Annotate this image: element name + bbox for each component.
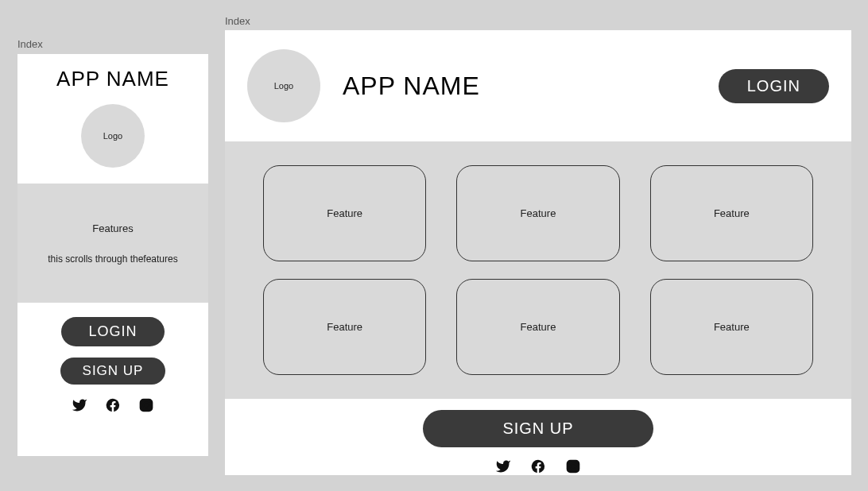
mobile-social-links xyxy=(72,397,154,413)
svg-point-1 xyxy=(144,403,149,408)
app-title: APP NAME xyxy=(343,72,696,101)
feature-label: Feature xyxy=(327,321,362,333)
feature-card[interactable]: Feature xyxy=(650,165,813,261)
logo-placeholder: Logo xyxy=(247,49,320,122)
feature-card[interactable]: Feature xyxy=(650,279,813,375)
signup-button[interactable]: SIGN UP xyxy=(60,358,166,385)
features-description: this scrolls through thefeatures xyxy=(48,253,177,265)
feature-label: Feature xyxy=(521,207,556,219)
twitter-icon[interactable] xyxy=(495,458,511,474)
svg-point-5 xyxy=(576,462,578,463)
feature-card[interactable]: Feature xyxy=(263,279,426,375)
mobile-frame: APP NAME Logo Features this scrolls thro… xyxy=(17,54,208,456)
feature-card[interactable]: Feature xyxy=(263,165,426,261)
feature-label: Feature xyxy=(327,207,362,219)
desktop-social-links xyxy=(495,458,581,474)
desktop-frame: Logo APP NAME LOGIN Feature Feature Feat… xyxy=(225,30,851,475)
twitter-icon[interactable] xyxy=(72,397,87,413)
feature-label: Feature xyxy=(521,321,556,333)
logo-label: Logo xyxy=(103,131,122,141)
facebook-icon[interactable] xyxy=(530,458,546,474)
features-heading: Features xyxy=(92,222,133,234)
app-title: APP NAME xyxy=(25,67,200,91)
desktop-footer: SIGN UP xyxy=(225,399,851,475)
instagram-icon[interactable] xyxy=(565,458,581,474)
feature-card[interactable]: Feature xyxy=(456,165,619,261)
facebook-icon[interactable] xyxy=(105,397,121,413)
signup-button[interactable]: SIGN UP xyxy=(423,410,653,447)
mobile-features-section: Features this scrolls through thefeature… xyxy=(17,184,208,303)
svg-point-4 xyxy=(571,463,576,469)
mobile-frame-label: Index xyxy=(17,38,43,50)
mobile-header: APP NAME Logo xyxy=(17,54,208,184)
login-button[interactable]: LOGIN xyxy=(719,69,829,103)
instagram-icon[interactable] xyxy=(138,397,154,413)
svg-point-2 xyxy=(149,401,151,403)
feature-label: Feature xyxy=(714,321,750,333)
feature-label: Feature xyxy=(714,207,750,219)
desktop-features-grid: Feature Feature Feature Feature Feature … xyxy=(225,141,851,399)
logo-label: Logo xyxy=(274,81,293,91)
feature-card[interactable]: Feature xyxy=(456,279,619,375)
login-button[interactable]: LOGIN xyxy=(61,317,164,346)
desktop-frame-label: Index xyxy=(225,15,250,27)
desktop-header: Logo APP NAME LOGIN xyxy=(225,30,851,141)
logo-placeholder: Logo xyxy=(81,104,145,168)
mobile-actions: LOGIN SIGN UP xyxy=(17,303,208,456)
